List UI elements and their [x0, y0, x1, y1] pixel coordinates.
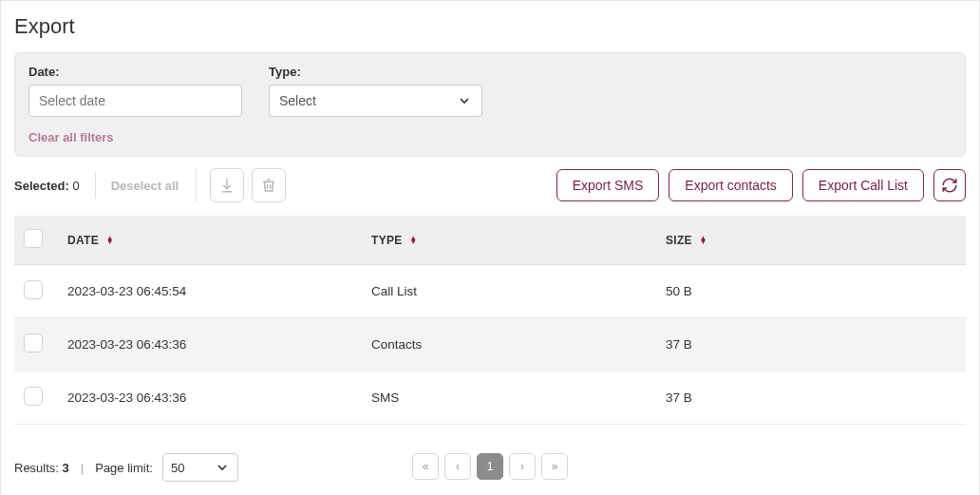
separator: |: [81, 461, 84, 475]
filter-panel: Date: Type: Select Clear all filters: [14, 52, 966, 157]
deselect-all-link[interactable]: Deselect all: [111, 179, 179, 193]
actions-row: Selected: 0 Deselect all Export SMS Expo…: [14, 168, 966, 202]
refresh-icon: [941, 177, 958, 194]
row-checkbox[interactable]: [24, 387, 43, 406]
separator: [95, 172, 96, 199]
chevron-down-icon: [457, 93, 472, 108]
page-number-button[interactable]: 1: [477, 453, 503, 480]
table-row: 2023-03-23 06:45:54Call List50 B: [14, 265, 966, 318]
export-sms-button[interactable]: Export SMS: [556, 169, 660, 201]
filter-date-label: Date:: [28, 65, 242, 79]
cell-size: 37 B: [656, 371, 966, 425]
sort-icon: ▲▼: [409, 237, 417, 244]
page-last-button[interactable]: »: [541, 453, 568, 480]
export-contacts-button[interactable]: Export contacts: [669, 169, 793, 201]
header-date[interactable]: DATE ▲▼: [58, 216, 362, 265]
cell-date: 2023-03-23 06:43:36: [58, 371, 362, 425]
filter-date-group: Date:: [28, 65, 242, 117]
type-select-value: Select: [279, 93, 316, 108]
type-select[interactable]: Select: [269, 85, 482, 117]
page-title: Export: [14, 14, 966, 39]
cell-date: 2023-03-23 06:43:36: [58, 318, 362, 371]
cell-type: SMS: [362, 371, 656, 425]
page-limit-label: Page limit:: [95, 461, 153, 475]
row-checkbox[interactable]: [24, 280, 43, 299]
results-count: 3: [63, 461, 69, 475]
header-size[interactable]: SIZE ▲▼: [656, 216, 966, 265]
page-limit-value: 50: [171, 461, 184, 475]
chevron-down-icon: [215, 460, 230, 475]
download-button[interactable]: [210, 168, 244, 202]
cell-type: Contacts: [362, 318, 656, 371]
cell-type: Call List: [362, 265, 656, 318]
refresh-button[interactable]: [933, 169, 966, 201]
pagination: « ‹ 1 › »: [412, 453, 568, 480]
selected-count: Selected: 0: [14, 179, 80, 193]
row-checkbox[interactable]: [24, 333, 43, 352]
download-icon: [218, 177, 236, 194]
filter-type-group: Type: Select: [269, 65, 482, 117]
separator: [196, 168, 197, 202]
cell-size: 37 B: [656, 318, 966, 371]
cell-size: 50 B: [656, 265, 966, 318]
sort-icon: ▲▼: [700, 237, 707, 244]
delete-button[interactable]: [252, 168, 286, 202]
trash-icon: [260, 177, 277, 194]
export-calllist-button[interactable]: Export Call List: [802, 169, 924, 201]
page-prev-button[interactable]: ‹: [444, 453, 471, 480]
table-row: 2023-03-23 06:43:36Contacts37 B: [14, 318, 966, 371]
sort-icon: ▲▼: [106, 237, 114, 244]
page-limit-select[interactable]: 50: [162, 453, 238, 482]
date-input[interactable]: [28, 85, 242, 117]
select-all-checkbox[interactable]: [24, 229, 43, 248]
clear-filters-link[interactable]: Clear all filters: [28, 130, 114, 144]
filter-type-label: Type:: [269, 65, 482, 79]
cell-date: 2023-03-23 06:45:54: [58, 265, 362, 318]
table-header-row: DATE ▲▼ TYPE ▲▼ SIZE ▲▼: [14, 216, 966, 265]
table-row: 2023-03-23 06:43:36SMS37 B: [14, 371, 966, 425]
header-type[interactable]: TYPE ▲▼: [362, 216, 656, 265]
page-first-button[interactable]: «: [412, 453, 439, 480]
export-table: DATE ▲▼ TYPE ▲▼ SIZE ▲▼ 2023-03-23 06:45…: [14, 216, 966, 425]
results-label: Results:: [14, 461, 59, 475]
export-panel: Export Date: Type: Select Clear all filt…: [0, 0, 980, 495]
page-next-button[interactable]: ›: [509, 453, 536, 480]
